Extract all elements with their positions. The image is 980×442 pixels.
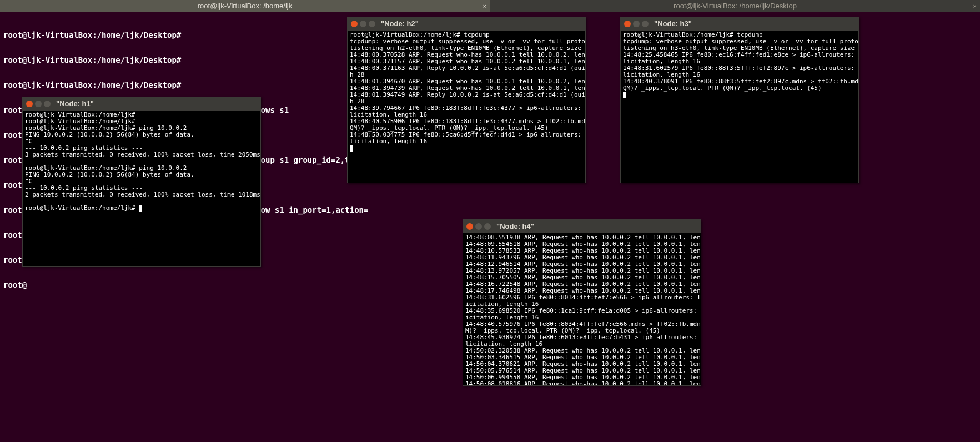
cursor-icon	[139, 205, 142, 212]
terminal-output: 14:48:08.551938 ARP, Request who-has 10.…	[465, 234, 701, 385]
terminal-tab-1[interactable]: root@ljk-VirtualBox: /home/ljk/Desktop ×	[490, 0, 980, 12]
close-icon[interactable]	[26, 101, 33, 107]
minimize-icon[interactable]	[360, 21, 366, 27]
terminal-body[interactable]: 14:48:08.551938 ARP, Request who-has 10.…	[463, 233, 701, 385]
terminal-body[interactable]: root@ljk-VirtualBox:/home/ljk# tcpdump t…	[621, 31, 858, 183]
window-controls	[466, 223, 491, 230]
terminal-output: root@ljk-VirtualBox:/home/ljk# tcpdump t…	[350, 31, 585, 145]
terminal-tabbar: root@ljk-VirtualBox: /home/ljk × root@lj…	[0, 0, 980, 12]
close-icon[interactable]	[466, 223, 473, 230]
window-title: "Node: h4"	[496, 220, 534, 233]
maximize-icon[interactable]	[44, 101, 51, 107]
maximize-icon[interactable]	[369, 21, 375, 27]
titlebar[interactable]: "Node: h4"	[463, 220, 701, 233]
window-controls	[351, 21, 375, 27]
terminal-body[interactable]: root@ljk-VirtualBox:/home/ljk# root@ljk-…	[23, 110, 260, 266]
close-icon[interactable]	[351, 21, 358, 27]
terminal-tab-0[interactable]: root@ljk-VirtualBox: /home/ljk ×	[0, 0, 490, 12]
tab-title: root@ljk-VirtualBox: /home/ljk	[198, 2, 292, 10]
tab-title: root@ljk-VirtualBox: /home/ljk/Desktop	[674, 2, 797, 10]
cursor-icon	[350, 145, 353, 152]
minimize-icon[interactable]	[633, 21, 640, 27]
maximize-icon[interactable]	[642, 21, 649, 27]
titlebar[interactable]: "Node: h3"	[621, 17, 858, 31]
window-title: "Node: h1"	[56, 97, 94, 110]
window-controls	[624, 21, 649, 27]
titlebar[interactable]: "Node: h1"	[23, 97, 260, 110]
terminal-body[interactable]: root@ljk-VirtualBox:/home/ljk# tcpdump t…	[348, 31, 585, 183]
window-node-h2[interactable]: "Node: h2" root@ljk-VirtualBox:/home/ljk…	[347, 17, 586, 183]
window-controls	[26, 101, 51, 107]
minimize-icon[interactable]	[475, 223, 482, 230]
titlebar[interactable]: "Node: h2"	[348, 17, 585, 31]
window-node-h1[interactable]: "Node: h1" root@ljk-VirtualBox:/home/ljk…	[22, 97, 261, 267]
maximize-icon[interactable]	[484, 223, 491, 230]
cursor-icon	[623, 92, 626, 98]
window-node-h4[interactable]: "Node: h4" 14:48:08.551938 ARP, Request …	[463, 219, 701, 386]
close-icon[interactable]: ×	[973, 0, 977, 12]
terminal-output: root@ljk-VirtualBox:/home/ljk# tcpdump t…	[623, 31, 858, 92]
close-icon[interactable]: ×	[483, 0, 486, 12]
close-icon[interactable]	[624, 21, 631, 27]
minimize-icon[interactable]	[35, 101, 42, 107]
terminal-output: root@ljk-VirtualBox:/home/ljk# root@ljk-…	[25, 111, 260, 212]
desktop: ↑↓ En root@ljk-VirtualBox: /home/ljk × r…	[0, 0, 980, 442]
window-node-h3[interactable]: "Node: h3" root@ljk-VirtualBox:/home/ljk…	[620, 17, 859, 183]
window-title: "Node: h2"	[381, 17, 419, 31]
window-title: "Node: h3"	[654, 17, 692, 31]
